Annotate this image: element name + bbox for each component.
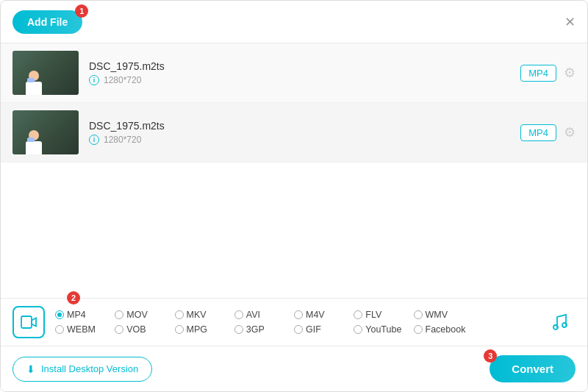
format-panel-badge: 2 xyxy=(67,291,80,304)
format-options: MP4 MOV MKV AVI M4V FLV xyxy=(55,310,533,335)
format-wmv-label: WMV xyxy=(426,310,448,320)
radio-mpg[interactable] xyxy=(175,325,184,334)
file-thumbnail-2 xyxy=(12,110,79,154)
radio-mov[interactable] xyxy=(115,310,123,319)
format-button-1[interactable]: MP4 xyxy=(520,65,556,82)
format-3gp-label: 3GP xyxy=(246,324,265,335)
file-info-1: DSC_1975.m2ts i 1280*720 xyxy=(79,60,520,85)
close-button[interactable]: ✕ xyxy=(564,14,576,30)
radio-flv[interactable] xyxy=(354,310,362,319)
format-mov[interactable]: MOV xyxy=(115,310,174,320)
format-mkv[interactable]: MKV xyxy=(175,310,234,320)
file-name-1: DSC_1975.m2ts xyxy=(89,60,520,72)
file-list: DSC_1975.m2ts i 1280*720 MP4 ⚙ xyxy=(1,43,587,297)
radio-vob[interactable] xyxy=(115,325,123,334)
format-3gp[interactable]: 3GP xyxy=(234,324,294,335)
info-icon-1[interactable]: i xyxy=(89,75,99,85)
file-resolution-2: 1280*720 xyxy=(104,135,141,145)
format-m4v-label: M4V xyxy=(306,310,325,320)
format-flv[interactable]: FLV xyxy=(354,310,413,320)
radio-youtube[interactable] xyxy=(354,325,362,334)
convert-badge: 3 xyxy=(484,349,497,363)
file-meta-1: i 1280*720 xyxy=(89,75,520,85)
svg-rect-0 xyxy=(21,316,32,328)
format-facebook[interactable]: Facebook xyxy=(414,324,473,335)
file-actions-1: MP4 ⚙ xyxy=(520,65,576,82)
format-avi[interactable]: AVI xyxy=(234,310,294,320)
radio-webm[interactable] xyxy=(55,325,64,334)
bottom-panel: 2 MP4 MOV MKV AVI xyxy=(1,298,587,391)
radio-mp4[interactable] xyxy=(55,310,64,319)
format-facebook-label: Facebook xyxy=(426,324,466,335)
format-mpg[interactable]: MPG xyxy=(175,324,234,335)
format-m4v[interactable]: M4V xyxy=(294,310,354,320)
format-youtube[interactable]: YouTube xyxy=(354,324,413,335)
format-youtube-label: YouTube xyxy=(365,324,401,335)
file-thumbnail-1 xyxy=(12,51,79,95)
radio-gif[interactable] xyxy=(294,325,303,334)
format-mp4[interactable]: MP4 xyxy=(55,310,115,320)
format-gif-label: GIF xyxy=(306,324,321,335)
download-icon: ⬇ xyxy=(26,363,35,375)
settings-icon-2[interactable]: ⚙ xyxy=(564,124,576,140)
install-label: Install Desktop Version xyxy=(41,363,138,374)
format-gif[interactable]: GIF xyxy=(294,324,354,335)
video-icon[interactable] xyxy=(12,306,45,338)
install-button[interactable]: ⬇ Install Desktop Version xyxy=(12,357,152,382)
close-icon: ✕ xyxy=(564,15,576,29)
file-actions-2: MP4 ⚙ xyxy=(520,124,576,141)
format-flv-label: FLV xyxy=(365,310,381,320)
format-button-2[interactable]: MP4 xyxy=(520,124,556,141)
format-avi-label: AVI xyxy=(246,310,260,320)
format-vob[interactable]: VOB xyxy=(115,324,174,335)
file-item-1: DSC_1975.m2ts i 1280*720 MP4 ⚙ xyxy=(1,43,587,103)
format-mkv-label: MKV xyxy=(187,310,207,320)
format-mov-label: MOV xyxy=(126,310,147,320)
radio-m4v[interactable] xyxy=(294,310,303,319)
info-icon-2[interactable]: i xyxy=(89,135,99,145)
file-name-2: DSC_1975.m2ts xyxy=(89,120,520,132)
file-meta-2: i 1280*720 xyxy=(89,135,520,145)
music-icon[interactable] xyxy=(543,306,576,338)
format-mpg-label: MPG xyxy=(187,324,207,335)
radio-avi[interactable] xyxy=(234,310,243,319)
add-file-badge: 1 xyxy=(75,4,88,18)
format-vob-label: VOB xyxy=(126,324,146,335)
file-item-2: DSC_1975.m2ts i 1280*720 MP4 ⚙ xyxy=(1,103,587,163)
format-webm[interactable]: WEBM xyxy=(55,324,115,335)
format-wmv[interactable]: WMV xyxy=(414,310,473,320)
radio-wmv[interactable] xyxy=(414,310,423,319)
format-panel: 2 MP4 MOV MKV AVI xyxy=(1,299,587,346)
footer: ⬇ Install Desktop Version 3 Convert xyxy=(1,346,587,391)
radio-mkv[interactable] xyxy=(175,310,184,319)
file-info-2: DSC_1975.m2ts i 1280*720 xyxy=(79,120,520,145)
settings-icon-1[interactable]: ⚙ xyxy=(564,65,576,81)
radio-facebook[interactable] xyxy=(414,325,423,334)
add-file-button[interactable]: Add File 1 xyxy=(12,10,82,34)
file-resolution-1: 1280*720 xyxy=(104,75,141,85)
header: Add File 1 ✕ xyxy=(1,1,587,43)
convert-label: Convert xyxy=(512,363,553,375)
convert-button[interactable]: 3 Convert xyxy=(490,355,576,382)
add-file-label: Add File xyxy=(27,16,68,28)
radio-3gp[interactable] xyxy=(234,325,243,334)
format-mp4-label: MP4 xyxy=(67,310,86,320)
format-webm-label: WEBM xyxy=(67,324,96,335)
